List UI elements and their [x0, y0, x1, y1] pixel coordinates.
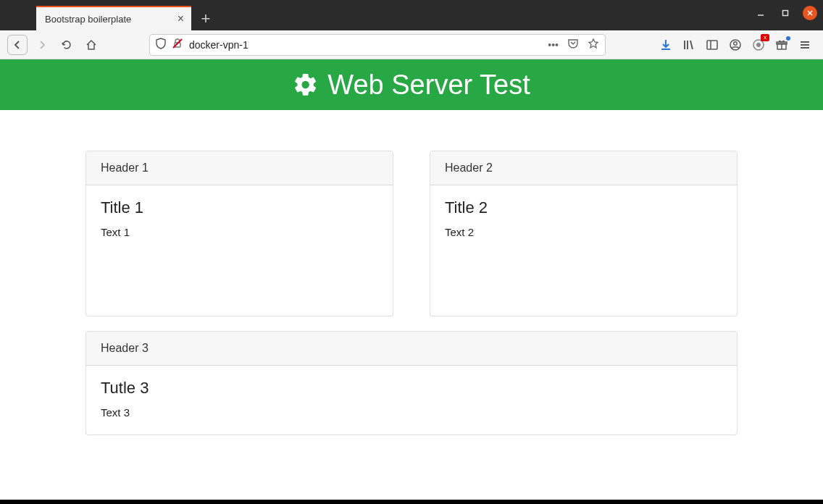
insecure-icon[interactable] — [172, 38, 183, 52]
card-header: Header 2 — [430, 151, 737, 185]
svg-line-8 — [690, 41, 693, 49]
downloads-icon[interactable] — [659, 38, 672, 51]
content-container: Header 1 Title 1 Text 1 Header 2 Title 2… — [78, 110, 745, 471]
reload-button[interactable] — [57, 35, 77, 55]
tab-title: Bootstrap boilerplate — [45, 14, 131, 25]
window-titlebar: Bootstrap boilerplate × + — [0, 0, 823, 30]
close-tab-icon[interactable]: × — [177, 12, 184, 25]
card-2: Header 2 Title 2 Text 2 — [430, 151, 738, 316]
bookmark-star-icon[interactable] — [588, 38, 599, 51]
card-body: Title 1 Text 1 — [86, 185, 393, 316]
gift-icon[interactable] — [775, 38, 788, 51]
maximize-button[interactable] — [778, 6, 793, 20]
library-icon[interactable] — [682, 38, 695, 51]
address-bar[interactable]: docker-vpn-1 ••• — [149, 34, 606, 56]
page-header: Web Server Test — [0, 59, 823, 110]
card-text: Text 3 — [101, 406, 722, 419]
window-controls — [753, 6, 817, 20]
pocket-icon[interactable] — [567, 38, 579, 51]
browser-tab[interactable]: Bootstrap boilerplate × — [36, 6, 191, 30]
card-title: Title 2 — [445, 198, 722, 217]
card-title: Tutle 3 — [101, 379, 722, 398]
new-tab-button[interactable]: + — [194, 7, 217, 30]
card-row-1: Header 1 Title 1 Text 1 Header 2 Title 2… — [85, 151, 738, 316]
card-body: Title 2 Text 2 — [430, 185, 737, 316]
window-close-button[interactable] — [803, 6, 817, 20]
forward-button[interactable] — [32, 35, 52, 55]
minimize-button[interactable] — [753, 6, 768, 20]
account-icon[interactable] — [729, 38, 742, 51]
card-body: Tutle 3 Text 3 — [86, 366, 737, 434]
more-icon[interactable]: ••• — [548, 39, 559, 51]
card-text: Text 1 — [101, 226, 378, 238]
card-header: Header 1 — [86, 151, 393, 185]
card-row-2: Header 3 Tutle 3 Text 3 — [85, 331, 738, 435]
gear-icon — [293, 72, 319, 98]
card-1: Header 1 Title 1 Text 1 — [85, 151, 393, 316]
page-title: Web Server Test — [327, 70, 530, 101]
home-button[interactable] — [81, 35, 101, 55]
toolbar-right — [659, 38, 816, 51]
hamburger-menu-icon[interactable] — [798, 38, 811, 51]
svg-rect-1 — [783, 11, 788, 16]
svg-point-12 — [734, 41, 738, 45]
card-header: Header 3 — [86, 332, 737, 366]
extension-icon[interactable] — [752, 38, 765, 51]
card-title: Title 1 — [101, 198, 378, 217]
page-viewport: Web Server Test Header 1 Title 1 Text 1 … — [0, 59, 823, 500]
svg-point-14 — [756, 43, 761, 47]
urlbar-actions: ••• — [548, 38, 599, 51]
back-button[interactable] — [7, 35, 28, 55]
url-text: docker-vpn-1 — [189, 39, 542, 51]
browser-toolbar: docker-vpn-1 ••• — [0, 30, 823, 59]
card-text: Text 2 — [445, 226, 722, 238]
svg-rect-9 — [707, 41, 717, 49]
shield-icon[interactable] — [156, 38, 166, 51]
sidebar-icon[interactable] — [706, 38, 719, 51]
card-3: Header 3 Tutle 3 Text 3 — [85, 331, 738, 435]
